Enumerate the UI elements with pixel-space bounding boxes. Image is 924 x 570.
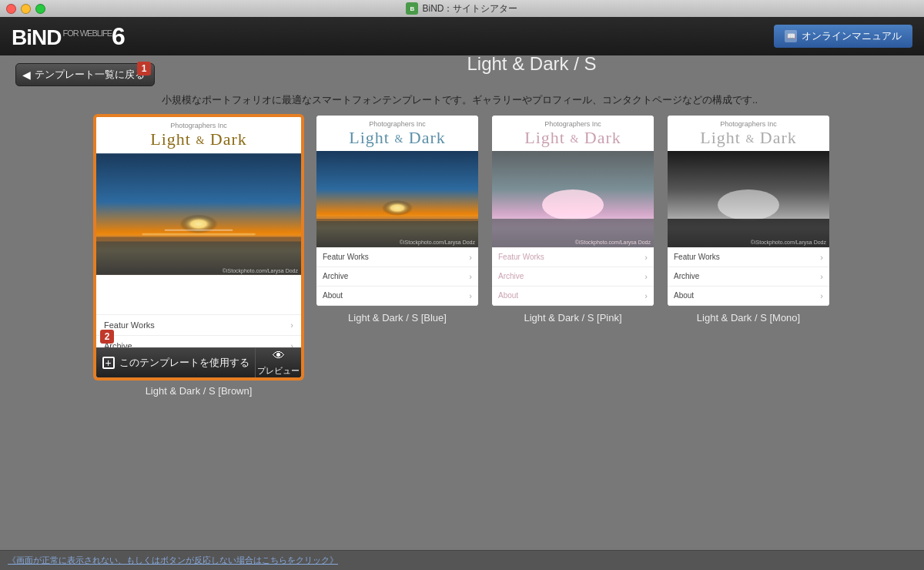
svg-point-14 [718,189,779,220]
badge-1: 1 [137,62,151,75]
chevron-right-icon: › [820,272,823,281]
card-inner-blue: Photographers Inc Light & Dark [316,116,478,306]
tmpl-header-brown: Photographers Inc Light & Dark [96,117,301,153]
preview-button[interactable]: 👁 プレビュー [255,347,301,377]
tmpl-header-blue: Photographers Inc Light & Dark [316,116,478,151]
svg-rect-5 [165,229,233,230]
tmpl-nav-mono: Featur Works› Archive› About› [668,247,829,306]
card-inner-pink: Photographers Inc Light & Dark [492,116,654,306]
window-title: B BiND：サイトシアター [406,2,517,15]
online-manual-button[interactable]: 📖 オンラインマニュアル [774,25,912,48]
templates-grid: Photographers Inc Light & Dark [15,116,909,397]
action-overlay-brown: + このテンプレートを使用する 👁 プレビュー [96,347,301,377]
page-description: 小規模なポートフォリオに最適なスマートフォンテンプレートです。ギャラリーやプロフ… [15,92,909,108]
title-bar: B BiND：サイトシアター [0,0,924,17]
sunset-image-blue: ©iStockphoto.com/Larysa Dodz [316,151,478,247]
template-label-mono: Light & Dark / S [Mono] [697,312,800,324]
chevron-right-icon: › [820,291,823,300]
template-label-brown: Light & Dark / S [Brown] [146,385,253,397]
tmpl-nav-blue: Featur Works› Archive› About› [316,247,478,306]
sunset-image-mono: ©iStockphoto.com/Larysa Dodz [668,151,829,247]
chevron-right-icon: › [644,253,648,262]
minimize-button[interactable] [21,4,31,14]
tmpl-header-mono: Photographers Inc Light & Dark [668,116,829,151]
chevron-right-icon: › [820,253,823,262]
back-row: ◀ テンプレート一覧に戻る 1 Light & Dark / S [15,63,909,86]
tmpl-nav-pink: Featur Works› Archive› About› [492,247,654,306]
plus-icon: + [102,357,115,369]
chevron-right-icon: › [290,320,293,330]
svg-rect-3 [96,235,301,241]
back-button[interactable]: ◀ テンプレート一覧に戻る [15,63,155,86]
content-area: ◀ テンプレート一覧に戻る 1 Light & Dark / S 小規模なポート… [0,55,924,550]
status-bar: 《画面が正常に表示されない、もしくはボタンが反応しない場合はこちらをクリック》 [0,550,924,570]
close-button[interactable] [6,4,16,14]
chevron-right-icon: › [644,272,648,281]
sunset-image-brown: ©iStockphoto.com/Larysa Dodz [96,153,301,276]
sunset-image-pink: ©iStockphoto.com/Larysa Dodz [492,151,654,247]
template-label-pink: Light & Dark / S [Pink] [524,312,621,324]
app-logo: BiNDFOR WEBLIFE6 [12,22,125,51]
template-card-blue[interactable]: Photographers Inc Light & Dark [316,116,478,324]
use-template-button[interactable]: + このテンプレートを使用する [96,347,255,377]
eye-icon: 👁 [273,349,285,363]
tmpl-header-pink: Photographers Inc Light & Dark [492,116,654,151]
maximize-button[interactable] [35,4,45,14]
nav-item-featur-works: Featur Works › [96,315,301,336]
card-inner-mono: Photographers Inc Light & Dark [668,116,829,306]
svg-rect-9 [316,216,478,221]
template-card-pink[interactable]: Photographers Inc Light & Dark [492,116,654,324]
page-title-area: Light & Dark / S [155,53,909,75]
template-card-brown[interactable]: Photographers Inc Light & Dark [95,116,303,397]
template-label-blue: Light & Dark / S [Blue] [348,312,447,324]
chevron-right-icon: › [469,253,472,262]
badge-2: 2 [100,330,114,344]
book-icon: 📖 [785,30,797,42]
page-title: Light & Dark / S [155,53,909,75]
chevron-right-icon: › [469,291,472,300]
window-controls [6,4,45,14]
svg-point-7 [367,189,428,220]
chevron-right-icon: › [469,272,472,281]
left-arrow-icon: ◀ [22,69,31,81]
svg-rect-4 [142,233,256,235]
status-link[interactable]: 《画面が正常に表示されない、もしくはボタンが反応しない場合はこちらをクリック》 [8,555,338,566]
app-icon: B [406,2,418,15]
app-header: BiNDFOR WEBLIFE6 📖 オンラインマニュアル [0,17,924,55]
svg-point-11 [542,189,604,220]
template-card-mono[interactable]: Photographers Inc Light & Dark [668,116,829,324]
chevron-right-icon: › [644,291,648,300]
